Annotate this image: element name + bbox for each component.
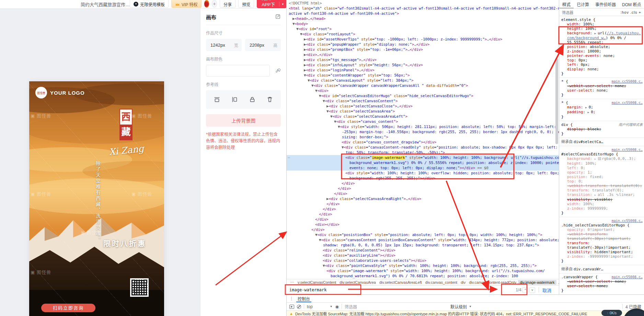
breadcrumb-item[interactable]: div.selectCanvasAreaLeft: [378, 280, 424, 285]
breadcrumb-item[interactable]: ⋯: [289, 280, 296, 285]
elements-tree-row[interactable]: <div class="relineContent"></div>: [287, 248, 559, 253]
elements-tree-row[interactable]: ▼<div class="rootLayout">: [287, 32, 559, 37]
elements-tree-row[interactable]: background: rgb(255, 255, 255);"></div>: [287, 176, 559, 181]
style-property[interactable]: top: 0px;: [561, 58, 643, 62]
lock-guides-icon[interactable]: [249, 96, 256, 103]
elements-tree-row[interactable]: ▼<div id="root">: [287, 26, 559, 32]
style-rule[interactable]: element.style {width: 100%;height: 100%;…: [559, 16, 644, 78]
style-property[interactable]: z-index: 99999999;: [561, 206, 643, 211]
style-property[interactable]: width: 100%;: [561, 22, 643, 26]
elements-tree-row[interactable]: ▼<div class="posistionBox" style="positi…: [287, 232, 559, 237]
style-property[interactable]: pointer-events: none;: [561, 54, 643, 58]
style-property[interactable]: -webkit-user-select: none;: [561, 279, 643, 284]
style-property[interactable]: height: 100%;: [561, 161, 643, 166]
elements-scrollbar[interactable]: [555, 58, 558, 144]
breadcrumb-item[interactable]: div.canvas_content: [424, 280, 459, 285]
style-property[interactable]: user-select: none;: [561, 88, 643, 93]
elements-tree-row[interactable]: <!DOCTYPE html>: [287, 1, 559, 6]
elements-tree-row[interactable]: ▼<div class="canvas_content">: [287, 119, 559, 124]
style-property[interactable]: left: 0;: [561, 166, 643, 170]
elements-tree-row[interactable]: ▶<div class="infoLayout" style="height: …: [287, 62, 559, 68]
live-expression-icon[interactable]: ◉: [335, 304, 339, 309]
styles-tab-0[interactable]: 样式: [559, 0, 574, 9]
style-property[interactable]: margin: ▶ 0;: [561, 105, 643, 110]
share-button[interactable]: 分享: [220, 0, 235, 8]
poster-canvas[interactable]: 图怪兽 YOUR LOGO 西 藏 Xi Zang 除了天堂唯有西藏，洗涤灵魂。…: [29, 81, 164, 316]
breadcrumb-item[interactable]: …: [556, 280, 559, 285]
width-input[interactable]: 1242px 宽: [206, 39, 242, 51]
style-property[interactable]: transition: ▶ all .3s ∿linear;: [561, 192, 643, 197]
style-property[interactable]: transform: translateY(0);: [561, 188, 643, 192]
search-prev-button[interactable]: ^: [522, 287, 528, 293]
style-property[interactable]: height: 100%;: [561, 26, 643, 31]
style-property[interactable]: visibility: visible;: [561, 197, 643, 202]
elements-tree-row[interactable]: ▶<div class="promptBox" style="top: -1e+…: [287, 47, 559, 52]
stylesheet-link[interactable]: main.cc55008.c…: [612, 148, 643, 152]
elements-tree-row[interactable]: <div></div>: [287, 222, 559, 227]
console-sidebar-icon[interactable]: ▶: [289, 305, 294, 309]
elements-tree-row[interactable]: events: none; top: 0px; left: 0px; displ…: [287, 165, 559, 171]
breadcrumb-item[interactable]: div.image-watermark: [518, 280, 556, 285]
elements-tree-row[interactable]: </div>: [287, 227, 559, 232]
elements-tree-row[interactable]: -253px; margin-top: -140.556px; backgrou…: [287, 129, 559, 134]
style-property[interactable]: -webkit-transform: translateY(-30px)!imp…: [561, 232, 643, 241]
elements-tree-row[interactable]: </div>: [287, 201, 559, 207]
elements-tree-row[interactable]: </div>: [287, 207, 559, 212]
elements-tree-row[interactable]: ▼<div class="canvasWrapper canvasWrapper…: [287, 83, 559, 88]
style-property[interactable]: visibility: hidden!important;: [561, 250, 643, 254]
style-property[interactable]: background: ▶ rgba(0,0,0,.3);: [561, 156, 643, 161]
canvas-color-input[interactable]: [206, 65, 270, 77]
clear-console-icon[interactable]: [297, 305, 301, 309]
delete-guides-icon[interactable]: [266, 96, 274, 103]
elements-tree-row[interactable]: </div>: [287, 217, 559, 222]
style-property[interactable]: display: none;: [561, 67, 643, 71]
elements-tree-row[interactable]: ▼<div class="canvasContent-readOnly" sty…: [287, 145, 559, 150]
add-button[interactable]: +: [212, 0, 217, 8]
style-property[interactable]: z-index: 10000;: [561, 49, 643, 54]
styles-tab-1[interactable]: 已计算: [574, 0, 592, 9]
drawer-menu-icon[interactable]: ⋮: [287, 296, 296, 301]
style-property[interactable]: display: block;: [561, 127, 643, 131]
elements-tree-row[interactable]: ▶<head>…</head>: [287, 16, 559, 21]
style-property[interactable]: position: fixed;: [561, 175, 643, 179]
stylesheet-link[interactable]: main.cc55008.c…: [612, 219, 643, 223]
elements-tree-row[interactable]: top: 50%; transform: translate(-50%, -50…: [287, 150, 559, 155]
style-rule[interactable]: main.cc55008.c…#selectCanvasEditorHugo {…: [559, 146, 644, 217]
upload-background-button[interactable]: 上传背景图: [206, 114, 281, 127]
vip-button[interactable]: VIP 特权: [171, 0, 201, 8]
user-avatar[interactable]: [204, 0, 209, 8]
elements-tree-row[interactable]: <div style="width: 100%; height: 100%; o…: [287, 171, 559, 176]
style-property[interactable]: width: 100%;: [561, 202, 643, 206]
elements-tree-row[interactable]: ▼<div class="selectCanvasArea">: [287, 109, 559, 114]
breadcrumb-item[interactable]: v.selectCanvasContent: [296, 280, 338, 285]
search-input[interactable]: image-watermark: [289, 288, 326, 292]
edit-canvas-icon[interactable]: [275, 14, 281, 20]
breadcrumb-item[interactable]: div: [459, 280, 467, 285]
elements-tree-row[interactable]: <div class="auxiliaryLine"></div>: [287, 253, 559, 258]
preview-button[interactable]: 预览: [238, 0, 254, 8]
elements-tree-row[interactable]: ▶<div class="tgs_message">…</div>: [287, 57, 559, 62]
styles-tab-2[interactable]: 事件侦听器: [592, 0, 619, 9]
elements-tree-row[interactable]: </div>: [287, 186, 559, 191]
eyedropper-icon[interactable]: [275, 68, 281, 74]
styles-toggle-buttons[interactable]: :hov .cls +: [620, 10, 641, 14]
chevron-down-icon[interactable]: ▾: [282, 2, 286, 6]
elements-tree-row[interactable]: ▼<div style="width: 506px; height: 281.1…: [287, 124, 559, 129]
elements-tree-row[interactable]: </div>: [287, 181, 559, 186]
style-property[interactable]: padding: ▶ 0;: [561, 110, 643, 115]
stylesheet-link[interactable]: main.cc55008.c…: [612, 79, 643, 84]
elements-tree-row[interactable]: shadow: rgba(0, 0, 0, 0.05) 1px 1px 15px…: [287, 243, 559, 248]
style-rule[interactable]: main.cc55008.c….hide_selectCanvasEditorH…: [559, 217, 644, 265]
elements-tree-row[interactable]: <html lang="zh" class="wf-font302small-n…: [287, 6, 559, 11]
style-property[interactable]: left: 0px;: [561, 62, 643, 67]
breadcrumb-item[interactable]: div.selectCanvasArea: [338, 280, 378, 285]
style-property[interactable]: position: absolute;: [561, 45, 643, 49]
styles-filter-input[interactable]: 筛选器: [562, 10, 573, 15]
elements-tree-row[interactable]: ▼<div class="paintCanvaStyle" style="wid…: [287, 263, 559, 268]
style-property[interactable]: user-select: none;: [561, 284, 643, 288]
elements-tree-row[interactable]: <div class="canvas_content_dragview"></d…: [287, 140, 559, 145]
canvas-region[interactable]: 图怪兽 YOUR LOGO 西 藏 Xi Zang 除了天堂唯有西藏，洗涤灵魂。…: [0, 9, 200, 316]
horizontal-guide-icon[interactable]: [213, 96, 221, 103]
style-rule[interactable]: main.cc55008.c…* {margin: ▶ 0;padding: ▶…: [559, 99, 644, 121]
style-property[interactable]: -webkit-transform: translateY(0);: [561, 184, 643, 188]
